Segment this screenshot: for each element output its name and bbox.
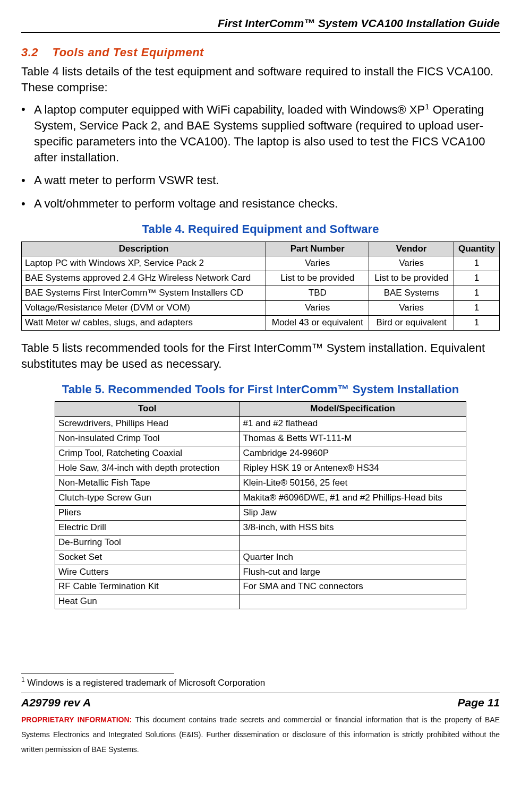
between-paragraph: Table 5 lists recommended tools for the … — [21, 340, 500, 372]
table-cell: Socket Set — [55, 550, 240, 565]
table-header: Model/Specification — [240, 402, 466, 417]
table-row: Laptop PC with Windows XP, Service Pack … — [22, 256, 500, 271]
table-row: De-Burring Tool — [55, 535, 466, 550]
doc-rev: A29799 rev A — [21, 695, 91, 710]
table5: ToolModel/Specification Screwdrivers, Ph… — [55, 401, 466, 609]
table-cell: Thomas & Betts WT-111-M — [240, 431, 466, 446]
table-row: BAE Systems First InterComm™ System Inst… — [22, 286, 500, 301]
table-header: Description — [22, 241, 266, 256]
bullet-list: •A laptop computer equipped with WiFi ca… — [21, 101, 500, 211]
table-cell: Clutch-type Screw Gun — [55, 490, 240, 505]
table-cell: #1 and #2 flathead — [240, 417, 466, 431]
footnote-rule — [21, 673, 174, 673]
table-cell: Varies — [369, 256, 454, 271]
table-cell: Bird or equivalent — [369, 316, 454, 331]
table-cell: Makita® #6096DWE, #1 and #2 Phillips-Hea… — [240, 490, 466, 505]
table-cell: Electric Drill — [55, 520, 240, 535]
table-row: Screwdrivers, Phillips Head#1 and #2 fla… — [55, 417, 466, 431]
bullet-dot: • — [21, 101, 34, 165]
page-header: First InterComm™ System VCA100 Installat… — [21, 16, 500, 33]
table-cell: Varies — [266, 301, 369, 316]
table-cell: TBD — [266, 286, 369, 301]
section-number: 3.2 — [21, 46, 38, 59]
table-cell: List to be provided — [266, 271, 369, 286]
table4-title: Table 4. Required Equipment and Software — [21, 221, 500, 237]
footnote: 1 Windows is a registered trademark of M… — [21, 676, 500, 689]
section-heading: 3.2 Tools and Test Equipment — [21, 45, 500, 61]
table-cell: 1 — [454, 256, 499, 271]
table-cell: Ripley HSK 19 or Antenex® HS34 — [240, 461, 466, 476]
table-cell: Varies — [369, 301, 454, 316]
table-cell — [240, 594, 466, 609]
table-row: Hole Saw, 3/4-inch with depth protection… — [55, 461, 466, 476]
bullet-item: •A laptop computer equipped with WiFi ca… — [21, 101, 500, 165]
superscript: 1 — [425, 102, 430, 111]
table-row: BAE Systems approved 2.4 GHz Wireless Ne… — [22, 271, 500, 286]
proprietary-notice: PROPRIETARY INFORMATION: This document c… — [21, 712, 500, 757]
table-cell: Hole Saw, 3/4-inch with depth protection — [55, 461, 240, 476]
table-cell: Varies — [266, 256, 369, 271]
table-cell — [240, 535, 466, 550]
bullet-text: A volt/ohmmeter to perform voltage and r… — [34, 196, 500, 212]
table-row: PliersSlip Jaw — [55, 505, 466, 520]
table-cell: Voltage/Resistance Meter (DVM or VOM) — [22, 301, 266, 316]
table-cell: Cambridge 24-9960P — [240, 446, 466, 461]
table-cell: Laptop PC with Windows XP, Service Pack … — [22, 256, 266, 271]
table-row: RF Cable Termination KitFor SMA and TNC … — [55, 580, 466, 594]
bullet-item: •A volt/ohmmeter to perform voltage and … — [21, 196, 500, 212]
table-row: Heat Gun — [55, 594, 466, 609]
table-cell: Flush-cut and large — [240, 565, 466, 580]
table-cell: BAE Systems — [369, 286, 454, 301]
table-cell: 1 — [454, 271, 499, 286]
table-cell: Screwdrivers, Phillips Head — [55, 417, 240, 431]
table-cell: Slip Jaw — [240, 505, 466, 520]
table-cell: For SMA and TNC connectors — [240, 580, 466, 594]
bullet-dot: • — [21, 196, 34, 212]
table-cell: De-Burring Tool — [55, 535, 240, 550]
proprietary-label: PROPRIETARY INFORMATION: — [21, 715, 132, 724]
table-cell: Non-insulated Crimp Tool — [55, 431, 240, 446]
table-cell: Klein-Lite® 50156, 25 feet — [240, 476, 466, 490]
table-row: Electric Drill3/8-inch, with HSS bits — [55, 520, 466, 535]
bullet-text: A watt meter to perform VSWR test. — [34, 172, 500, 188]
table-row: Non-insulated Crimp ToolThomas & Betts W… — [55, 431, 466, 446]
table-row: Clutch-type Screw GunMakita® #6096DWE, #… — [55, 490, 466, 505]
page-number: Page 11 — [458, 695, 500, 710]
table-row: Crimp Tool, Ratcheting CoaxialCambridge … — [55, 446, 466, 461]
table4: DescriptionPart NumberVendorQuantity Lap… — [21, 241, 500, 331]
table-cell: 3/8-inch, with HSS bits — [240, 520, 466, 535]
table-cell: RF Cable Termination Kit — [55, 580, 240, 594]
table-cell: Quarter Inch — [240, 550, 466, 565]
footnote-marker: 1 — [21, 676, 25, 684]
table-cell: Heat Gun — [55, 594, 240, 609]
table-cell: Wire Cutters — [55, 565, 240, 580]
bullet-dot: • — [21, 172, 34, 188]
table-row: Watt Meter w/ cables, slugs, and adapter… — [22, 316, 500, 331]
table-cell: Pliers — [55, 505, 240, 520]
table-row: Socket SetQuarter Inch — [55, 550, 466, 565]
footnote-text: Windows is a registered trademark of Mic… — [25, 678, 266, 688]
table-cell: BAE Systems First InterComm™ System Inst… — [22, 286, 266, 301]
table-row: Wire CuttersFlush-cut and large — [55, 565, 466, 580]
bullet-item: •A watt meter to perform VSWR test. — [21, 172, 500, 188]
table-header: Vendor — [369, 241, 454, 256]
table-header: Quantity — [454, 241, 499, 256]
table-cell: 1 — [454, 286, 499, 301]
table-header: Part Number — [266, 241, 369, 256]
table-header: Tool — [55, 402, 240, 417]
footer: A29799 rev A Page 11 PROPRIETARY INFORMA… — [21, 693, 500, 757]
section-title: Tools and Test Equipment — [53, 46, 204, 59]
table-cell: Model 43 or equivalent — [266, 316, 369, 331]
table-cell: Watt Meter w/ cables, slugs, and adapter… — [22, 316, 266, 331]
table-row: Voltage/Resistance Meter (DVM or VOM)Var… — [22, 301, 500, 316]
table-cell: Non-Metallic Fish Tape — [55, 476, 240, 490]
table-cell: Crimp Tool, Ratcheting Coaxial — [55, 446, 240, 461]
table5-title: Table 5. Recommended Tools for First Int… — [21, 382, 500, 398]
bullet-text: A laptop computer equipped with WiFi cap… — [34, 101, 500, 165]
table-row: Non-Metallic Fish TapeKlein-Lite® 50156,… — [55, 476, 466, 490]
table-cell: BAE Systems approved 2.4 GHz Wireless Ne… — [22, 271, 266, 286]
table-cell: 1 — [454, 301, 499, 316]
table-cell: List to be provided — [369, 271, 454, 286]
intro-paragraph: Table 4 lists details of the test equipm… — [21, 64, 500, 95]
table-cell: 1 — [454, 316, 499, 331]
